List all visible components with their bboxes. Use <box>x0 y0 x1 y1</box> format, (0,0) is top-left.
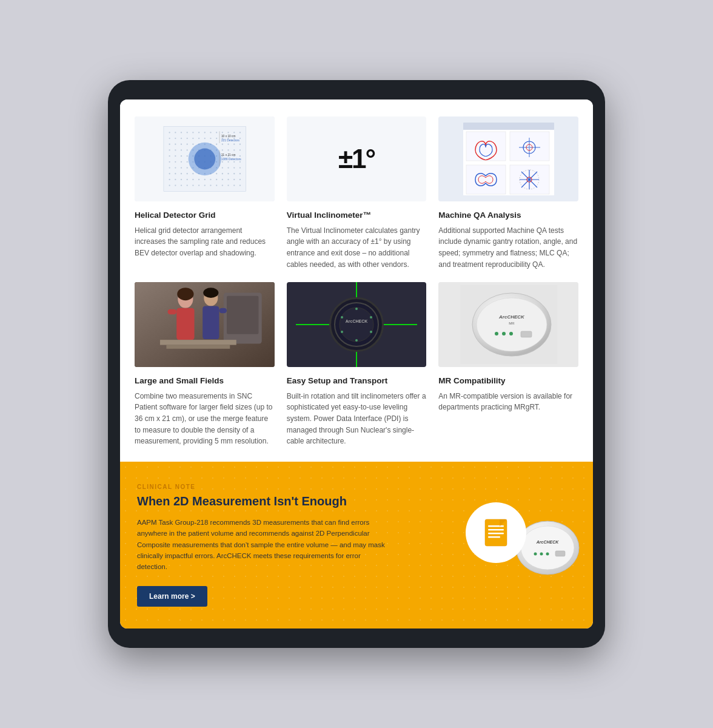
svg-point-81 <box>180 167 181 169</box>
clinical-note-label: CLINICAL NOTE <box>137 484 392 490</box>
feature-desc-large-small: Combine two measurements in SNC Patient … <box>135 391 275 447</box>
clinical-note-content: CLINICAL NOTE When 2D Measurement Isn't … <box>137 484 392 607</box>
svg-point-36 <box>221 144 223 145</box>
svg-rect-185 <box>488 529 504 531</box>
svg-point-106 <box>175 179 176 180</box>
svg-point-8 <box>210 132 211 133</box>
svg-point-116 <box>233 179 235 180</box>
svg-point-67 <box>175 161 176 163</box>
svg-point-91 <box>239 167 240 169</box>
svg-point-109 <box>192 179 193 180</box>
svg-point-78 <box>239 161 240 163</box>
svg-point-65 <box>239 155 240 157</box>
svg-point-13 <box>239 132 240 133</box>
svg-point-110 <box>198 179 199 180</box>
svg-point-35 <box>216 144 217 145</box>
clinical-note-body: AAPM Task Group-218 recommends 3D measur… <box>137 517 392 573</box>
svg-point-132 <box>194 149 215 170</box>
svg-point-43 <box>186 150 187 151</box>
feature-card-mr-compat: ArcCHECK MR MR Compatibility <box>438 282 578 447</box>
svg-point-170 <box>341 331 343 333</box>
svg-point-92 <box>169 173 170 174</box>
svg-point-105 <box>169 179 170 180</box>
svg-point-56 <box>186 155 187 157</box>
svg-point-123 <box>198 185 199 186</box>
svg-point-168 <box>370 331 372 333</box>
feature-desc-machine-qa: Additional supported Machine QA tests in… <box>438 225 578 270</box>
svg-point-95 <box>186 173 187 174</box>
svg-point-90 <box>233 167 235 169</box>
svg-point-121 <box>186 185 187 186</box>
svg-point-21 <box>210 138 211 139</box>
svg-point-2 <box>175 132 176 133</box>
feature-title-inclinometer: Virtual Inclinometer™ <box>287 210 427 221</box>
svg-point-29 <box>180 144 181 145</box>
feature-desc-inclinometer: The Virtual Inclinometer calculates gant… <box>287 225 427 270</box>
svg-point-94 <box>180 173 181 174</box>
svg-point-28 <box>175 144 176 145</box>
feature-title-mr-compat: MR Compatibility <box>438 376 578 386</box>
svg-point-69 <box>186 161 187 163</box>
document-circle <box>466 502 526 563</box>
svg-point-40 <box>169 150 170 151</box>
svg-point-55 <box>180 155 181 157</box>
svg-point-41 <box>175 150 176 151</box>
feature-image-inclinometer: ±1° <box>287 116 427 201</box>
svg-point-49 <box>221 150 223 151</box>
svg-point-54 <box>175 155 176 157</box>
svg-point-66 <box>169 161 170 163</box>
svg-rect-181 <box>521 331 532 337</box>
svg-point-112 <box>210 179 211 180</box>
svg-point-5 <box>192 132 193 133</box>
svg-point-171 <box>341 316 343 318</box>
feature-image-easy-setup: ArcCHECK <box>287 282 427 367</box>
feature-card-easy-setup: ArcCHECK <box>287 282 427 447</box>
svg-point-80 <box>175 167 176 169</box>
features-section: 10 x 10 cm 221 Detectors 21 x 21 cm 1386… <box>120 99 593 461</box>
feature-image-large-small <box>135 282 275 367</box>
svg-point-76 <box>227 161 229 163</box>
svg-point-104 <box>239 173 240 174</box>
svg-point-14 <box>169 138 170 139</box>
svg-point-20 <box>204 138 205 139</box>
svg-rect-156 <box>168 309 177 314</box>
svg-text:MR: MR <box>509 322 515 325</box>
feature-desc-helical: Helical grid detector arrangement increa… <box>135 225 275 259</box>
svg-point-100 <box>216 173 217 174</box>
svg-text:1386 Detectors: 1386 Detectors <box>221 158 241 161</box>
svg-point-16 <box>180 138 181 139</box>
svg-point-179 <box>502 332 506 335</box>
svg-point-9 <box>216 132 217 133</box>
svg-point-118 <box>169 185 170 186</box>
svg-point-154 <box>177 288 193 300</box>
svg-point-119 <box>175 185 176 186</box>
svg-point-51 <box>233 150 235 151</box>
svg-point-164 <box>340 308 373 342</box>
svg-point-19 <box>198 138 199 139</box>
svg-point-18 <box>192 138 193 139</box>
svg-point-82 <box>186 167 187 169</box>
svg-point-26 <box>239 138 240 139</box>
svg-point-53 <box>169 155 170 157</box>
feature-image-helical: 10 x 10 cm 221 Detectors 21 x 21 cm 1386… <box>135 116 275 201</box>
svg-point-107 <box>180 179 181 180</box>
svg-point-167 <box>370 316 372 318</box>
svg-point-102 <box>227 173 229 174</box>
feature-title-helical: Helical Detector Grid <box>135 210 275 221</box>
tablet-screen: 10 x 10 cm 221 Detectors 21 x 21 cm 1386… <box>120 99 593 628</box>
svg-point-125 <box>210 185 211 186</box>
svg-point-124 <box>204 185 205 186</box>
svg-point-127 <box>221 185 223 186</box>
svg-point-114 <box>221 179 223 180</box>
feature-card-machine-qa: Machine QA Analysis Additional supported… <box>438 116 578 270</box>
svg-point-128 <box>227 185 229 186</box>
svg-point-120 <box>180 185 181 186</box>
clinical-note-title: When 2D Measurement Isn't Enough <box>137 494 392 508</box>
svg-point-37 <box>227 144 229 145</box>
learn-more-button[interactable]: Learn more > <box>137 586 207 607</box>
svg-point-68 <box>180 161 181 163</box>
svg-point-17 <box>186 138 187 139</box>
svg-point-101 <box>221 173 223 174</box>
svg-point-111 <box>204 179 205 180</box>
svg-point-1 <box>169 132 170 133</box>
